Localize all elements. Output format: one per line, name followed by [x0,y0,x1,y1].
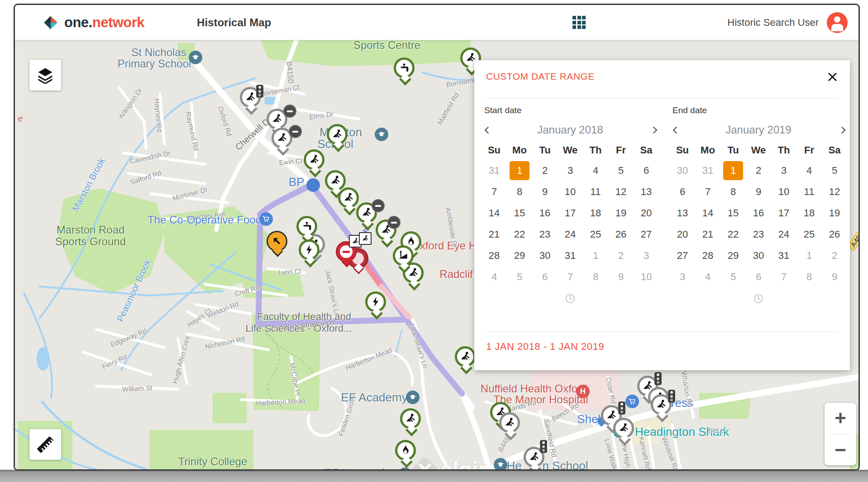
bolt-works-marker[interactable] [299,239,320,260]
calendar-day[interactable]: 4 [695,266,720,287]
calendar-day-selected[interactable]: 1 [720,160,746,181]
calendar-day[interactable]: 20 [670,224,695,245]
calendar-day[interactable]: 27 [670,245,695,266]
diversion-marker[interactable] [267,231,287,252]
flame-works-marker[interactable] [395,440,416,461]
worker-works-marker[interactable] [455,346,476,367]
calendar-day[interactable]: 30 [670,160,695,181]
calendar-day[interactable]: 6 [532,266,558,287]
calendar-day[interactable]: 9 [746,181,771,202]
calendar-day[interactable]: 5 [822,160,847,181]
calendar-day[interactable]: 17 [771,202,796,224]
calendar-day[interactable]: 26 [608,224,634,245]
calendar-day[interactable]: 13 [634,181,659,202]
calendar-day[interactable]: 31 [771,245,796,266]
calendar-day[interactable]: 7 [771,266,796,287]
calendar-day[interactable]: 7 [558,266,583,287]
calendar-day[interactable]: 2 [746,160,771,181]
apps-grid-icon[interactable] [572,16,586,29]
calendar-day[interactable]: 15 [507,202,532,224]
calendar-day[interactable]: 3 [771,160,796,181]
calendar-day[interactable]: 2 [608,245,634,266]
calendar-day[interactable]: 19 [822,202,847,224]
calendar-day[interactable]: 17 [558,202,583,224]
tap-works-marker[interactable] [296,216,317,237]
calendar-day[interactable]: 7 [695,181,720,202]
calendar-day[interactable]: 28 [482,245,507,266]
fuel-poi-pin[interactable] [313,185,320,192]
calendar-day[interactable]: 9 [608,266,634,287]
calendar-day[interactable]: 13 [670,202,695,224]
calendar-day[interactable]: 3 [558,160,583,181]
calendar-day[interactable]: 5 [608,160,634,181]
calendar-day[interactable]: 15 [720,202,746,224]
calendar-day[interactable]: 21 [482,224,507,245]
next-month-icon[interactable] [647,124,659,136]
tap-works-marker[interactable] [394,57,415,78]
calendar-day[interactable]: 6 [634,160,659,181]
calendar-day[interactable]: 26 [822,224,847,245]
calendar-day[interactable]: 7 [482,181,507,202]
zoom-out-button[interactable]: − [825,434,856,466]
calendar-day[interactable]: 3 [634,245,659,266]
shopping-cart-poi-pin[interactable] [266,219,273,226]
time-picker-icon[interactable] [565,294,575,304]
calendar-day[interactable]: 12 [608,181,634,202]
calendar-day[interactable]: 3 [670,266,695,287]
calendar-day[interactable]: 10 [558,181,583,202]
calendar-day[interactable]: 2 [532,160,558,181]
prev-month-icon[interactable] [670,124,682,136]
worker-works-marker[interactable] [400,408,421,429]
close-icon[interactable] [826,71,838,83]
calendar-day[interactable]: 11 [583,181,608,202]
calendar-day[interactable]: 8 [720,181,746,202]
calendar-day[interactable]: 31 [695,160,720,181]
prev-month-icon[interactable] [482,124,493,136]
calendar-day[interactable]: 18 [583,202,608,224]
calendar-day[interactable]: 23 [532,224,558,245]
calendar-day[interactable]: 5 [720,266,746,287]
shopping-cart-poi-pin[interactable] [632,401,639,408]
calendar-day[interactable]: 8 [796,266,822,287]
calendar-day[interactable]: 21 [695,224,720,245]
calendar-day[interactable]: 10 [634,266,659,287]
calendar-day[interactable]: 14 [695,202,720,224]
calendar-day[interactable]: 4 [482,266,507,287]
worker-works-marker[interactable] [327,124,348,145]
worker-works-marker[interactable] [499,412,520,433]
zoom-in-button[interactable]: + [825,403,856,434]
calendar-day[interactable]: 5 [507,266,532,287]
user-avatar[interactable] [827,12,848,33]
calendar-day[interactable]: 19 [608,202,634,224]
calendar-day[interactable]: 22 [507,224,532,245]
calendar-day[interactable]: 24 [558,224,583,245]
calendar-day[interactable]: 2 [822,245,847,266]
calendar-day[interactable]: 1 [796,245,822,266]
slope-works-marker[interactable] [393,245,414,266]
calendar-day[interactable]: 23 [746,224,771,245]
calendar-day[interactable]: 28 [695,245,720,266]
calendar-day[interactable]: 12 [822,181,847,202]
worker-works-marker[interactable] [613,418,634,439]
calendar-day[interactable]: 8 [507,181,532,202]
calendar-day[interactable]: 31 [482,160,507,181]
calendar-day[interactable]: 6 [670,181,695,202]
calendar-day[interactable]: 6 [746,266,771,287]
calendar-day[interactable]: 31 [558,245,583,266]
calendar-day[interactable]: 27 [634,224,659,245]
calendar-day[interactable]: 9 [532,181,558,202]
calendar-day-selected[interactable]: 1 [507,160,532,181]
layers-button[interactable] [29,60,61,91]
next-month-icon[interactable] [835,124,847,136]
calendar-day[interactable]: 20 [634,202,659,224]
calendar-day[interactable]: 16 [746,202,771,224]
worker-works-marker[interactable] [304,149,324,170]
calendar-day[interactable]: 16 [532,202,558,224]
hospital-poi-pin[interactable]: H [583,391,590,398]
calendar-day[interactable]: 29 [507,245,532,266]
brand-logo[interactable]: one.network [41,13,144,32]
calendar-day[interactable]: 4 [583,160,608,181]
calendar-day[interactable]: 8 [583,266,608,287]
calendar-day[interactable]: 11 [796,181,822,202]
calendar-day[interactable]: 30 [746,245,771,266]
